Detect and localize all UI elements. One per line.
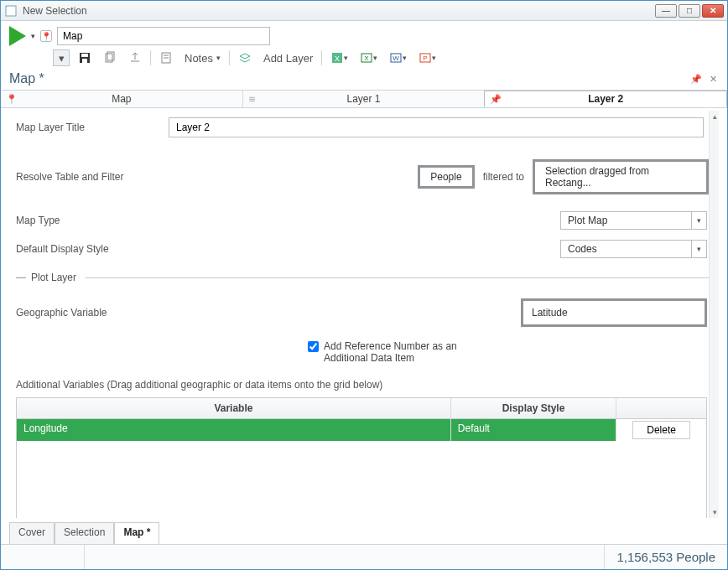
excel-preview-button[interactable]: X▾ (327, 49, 351, 66)
status-left (1, 545, 85, 569)
default-display-label: Default Display Style (16, 243, 159, 255)
additional-variables-hint: Additional Variables (Drag additional ge… (9, 372, 719, 396)
layer-icon: ≋ (248, 94, 256, 105)
chevron-down-icon: ▾ (691, 212, 706, 229)
tab-map-label: Map (112, 93, 131, 105)
pin-icon[interactable]: 📍 (40, 30, 52, 42)
content-area: Map Layer Title Resolve Table and Filter… (9, 111, 719, 518)
resolve-label: Resolve Table and Filter (16, 171, 159, 183)
tab-layer1-label: Layer 1 (346, 93, 380, 105)
bottom-tabs: Cover Selection Map * (9, 522, 159, 544)
map-type-dropdown[interactable]: Plot Map ▾ (560, 211, 707, 230)
add-layer-icon[interactable] (235, 49, 255, 66)
grid-empty-area[interactable] (17, 441, 706, 518)
powerpoint-export-button[interactable]: P▾ (415, 49, 439, 66)
chevron-down-icon: ▾ (691, 241, 706, 257)
minimize-button[interactable]: — (655, 4, 677, 18)
notes-label: Notes (185, 52, 213, 65)
default-display-value: Codes (561, 241, 691, 257)
toolbar-separator-3 (321, 50, 322, 65)
add-reference-label: Add Reference Number as an Additional Da… (324, 340, 475, 364)
scroll-down-icon[interactable]: ▾ (710, 506, 719, 518)
vertical-scrollbar[interactable]: ▴ ▾ (709, 111, 719, 518)
svg-rect-2 (81, 54, 88, 57)
notes-dropdown[interactable]: Notes ▾ (181, 49, 224, 66)
app-icon (4, 4, 18, 18)
excel-export-button[interactable]: X▾ (356, 49, 381, 66)
layer-pin-icon: 📌 (490, 94, 502, 105)
map-type-value: Plot Map (561, 212, 691, 229)
document-title-row: Map * 📌 ✕ (1, 70, 727, 90)
grid-cell-variable: Longitude (17, 419, 451, 441)
map-pin-icon: 📍 (6, 94, 18, 105)
export-button[interactable] (125, 49, 145, 66)
document-title: Map * (9, 71, 44, 86)
geo-variable-box[interactable]: Latitude (521, 298, 707, 327)
add-reference-checkbox[interactable] (308, 341, 319, 352)
filtered-to-text: filtered to (483, 171, 524, 183)
add-layer-label: Add Layer (263, 52, 313, 65)
toolbar-separator-2 (229, 50, 230, 65)
tab-layer-1[interactable]: ≋ Layer 1 (242, 91, 485, 107)
layer-tabs: 📍 Map ≋ Layer 1 📌 Layer 2 (1, 90, 727, 108)
tab-map-bottom[interactable]: Map * (114, 522, 159, 544)
save-button[interactable] (75, 49, 95, 66)
status-count: 1,156,553 People (604, 545, 727, 569)
plot-layer-section: Plot Layer (9, 263, 719, 287)
svg-text:W: W (393, 54, 399, 62)
grid-header-variable[interactable]: Variable (17, 398, 451, 418)
main-toolbar: ▾ 📍 ▾ Notes ▾ Add Layer X▾ (1, 21, 727, 70)
svg-text:X: X (335, 54, 340, 63)
maximize-button[interactable]: □ (679, 4, 700, 18)
grid-cell-actions: Delete (616, 419, 706, 441)
map-layer-title-input[interactable] (169, 117, 704, 137)
tab-layer-2[interactable]: 📌 Layer 2 (484, 91, 727, 107)
close-panel-icon[interactable]: ✕ (707, 73, 719, 85)
notes-icon[interactable] (156, 49, 176, 66)
close-button[interactable]: ✕ (702, 4, 724, 18)
map-type-label: Map Type (16, 215, 159, 226)
window-title: New Selection (23, 5, 650, 17)
grid-header-display[interactable]: Display Style (451, 398, 616, 418)
geo-variable-label: Geographic Variable (16, 307, 159, 319)
plot-layer-label: Plot Layer (31, 272, 76, 283)
map-name-input[interactable] (57, 27, 270, 45)
run-button[interactable] (9, 26, 26, 46)
history-button[interactable]: ▾ (53, 49, 70, 66)
pin-panel-icon[interactable]: 📌 (690, 73, 702, 85)
tab-selection[interactable]: Selection (55, 522, 114, 544)
svg-text:X: X (365, 54, 370, 62)
add-layer-button[interactable]: Add Layer (260, 49, 316, 66)
tab-layer2-label: Layer 2 (588, 93, 623, 105)
people-button[interactable]: People (418, 165, 474, 189)
word-export-button[interactable]: W▾ (386, 49, 410, 66)
toolbar-separator (150, 50, 151, 65)
titlebar: New Selection — □ ✕ (1, 1, 727, 21)
grid-header-actions (616, 398, 706, 418)
delete-button[interactable]: Delete (632, 421, 690, 439)
map-layer-title-label: Map Layer Title (16, 122, 159, 133)
additional-variables-grid: Variable Display Style Longitude Default… (16, 397, 707, 518)
svg-text:P: P (424, 54, 428, 62)
scroll-up-icon[interactable]: ▴ (710, 111, 719, 122)
copy-button[interactable] (100, 49, 120, 66)
tab-map[interactable]: 📍 Map (1, 91, 242, 107)
grid-cell-display: Default (451, 419, 616, 441)
svg-rect-3 (82, 59, 87, 63)
default-display-dropdown[interactable]: Codes ▾ (560, 240, 707, 258)
svg-rect-0 (6, 6, 16, 16)
tab-cover[interactable]: Cover (9, 522, 55, 544)
run-dropdown-caret[interactable]: ▾ (31, 32, 35, 40)
table-row[interactable]: Longitude Default Delete (17, 419, 706, 441)
selection-button[interactable]: Selection dragged from Rectang... (533, 159, 709, 194)
status-bar: 1,156,553 People (1, 544, 727, 569)
grid-header: Variable Display Style (17, 398, 706, 419)
